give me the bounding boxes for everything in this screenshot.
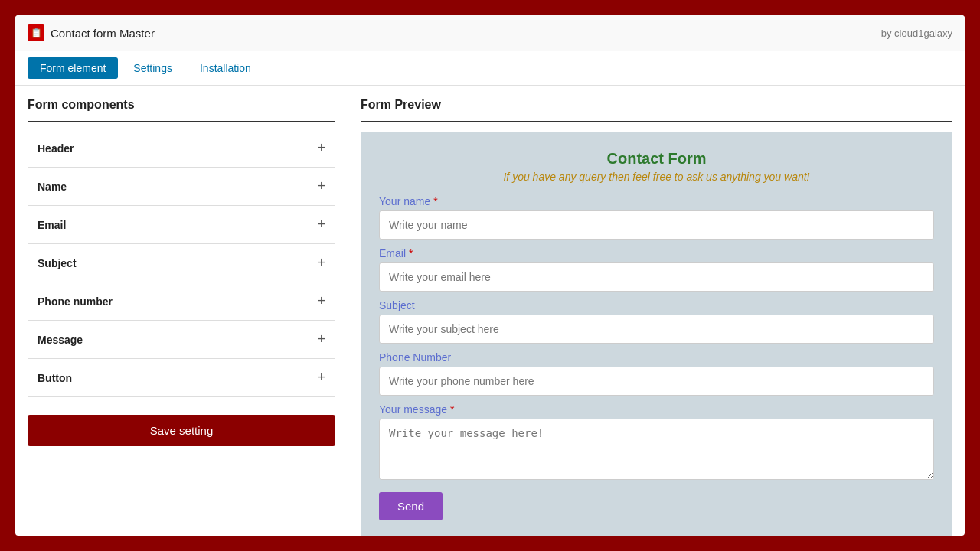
left-panel: Form components Header + Name + Email + … <box>15 86 348 536</box>
app-icon: 📋 <box>28 24 44 41</box>
message-textarea[interactable] <box>379 419 934 480</box>
add-name-icon[interactable]: + <box>317 178 325 194</box>
field-label-email: Email * <box>379 247 934 259</box>
required-star-message: * <box>450 403 454 416</box>
components-divider <box>28 121 335 122</box>
send-button[interactable]: Send <box>379 492 443 520</box>
form-preview: Contact Form If you have any query then … <box>361 132 952 536</box>
component-button[interactable]: Button + <box>28 358 335 397</box>
component-subject[interactable]: Subject + <box>28 243 335 282</box>
component-message-label: Message <box>38 334 83 346</box>
name-input[interactable] <box>379 210 934 240</box>
field-label-phone: Phone Number <box>379 351 934 364</box>
components-title: Form components <box>28 98 335 112</box>
component-button-label: Button <box>38 372 72 384</box>
field-label-subject: Subject <box>379 299 934 311</box>
component-subject-label: Subject <box>38 257 77 269</box>
add-phone-icon[interactable]: + <box>317 293 325 309</box>
tab-settings[interactable]: Settings <box>121 57 185 79</box>
component-name-label: Name <box>38 181 67 193</box>
required-star-email: * <box>409 247 413 259</box>
component-header-label: Header <box>38 142 74 155</box>
add-email-icon[interactable]: + <box>317 217 325 233</box>
tab-installation[interactable]: Installation <box>188 57 263 79</box>
app-title: Contact form Master <box>51 27 155 40</box>
component-name[interactable]: Name + <box>28 167 335 206</box>
component-header[interactable]: Header + <box>28 129 335 168</box>
form-heading: Contact Form <box>379 150 934 168</box>
author-credit: by cloud1galaxy <box>881 28 952 39</box>
add-message-icon[interactable]: + <box>317 331 325 347</box>
save-setting-button[interactable]: Save setting <box>28 415 335 446</box>
right-panel: Form Preview Contact Form If you have an… <box>348 86 965 536</box>
add-subject-icon[interactable]: + <box>317 255 325 271</box>
preview-divider <box>361 121 952 122</box>
field-label-message: Your message * <box>379 403 934 416</box>
component-email-label: Email <box>38 219 66 231</box>
form-subtitle: If you have any query then feel free to … <box>379 171 934 183</box>
field-label-name: Your name * <box>379 195 934 207</box>
add-header-icon[interactable]: + <box>317 140 325 156</box>
email-input[interactable] <box>379 262 934 292</box>
component-message[interactable]: Message + <box>28 320 335 359</box>
preview-title: Form Preview <box>361 98 952 112</box>
required-star-name: * <box>433 195 437 207</box>
component-phone-label: Phone number <box>38 295 113 308</box>
main-content: Form components Header + Name + Email + … <box>15 86 965 536</box>
component-phone[interactable]: Phone number + <box>28 282 335 321</box>
phone-input[interactable] <box>379 367 934 396</box>
tab-form-element[interactable]: Form element <box>28 57 118 79</box>
title-bar: 📋 Contact form Master by cloud1galaxy <box>15 15 965 51</box>
add-button-icon[interactable]: + <box>317 370 325 386</box>
component-email[interactable]: Email + <box>28 205 335 244</box>
subject-input[interactable] <box>379 315 934 344</box>
nav-tabs: Form element Settings Installation <box>15 51 965 86</box>
